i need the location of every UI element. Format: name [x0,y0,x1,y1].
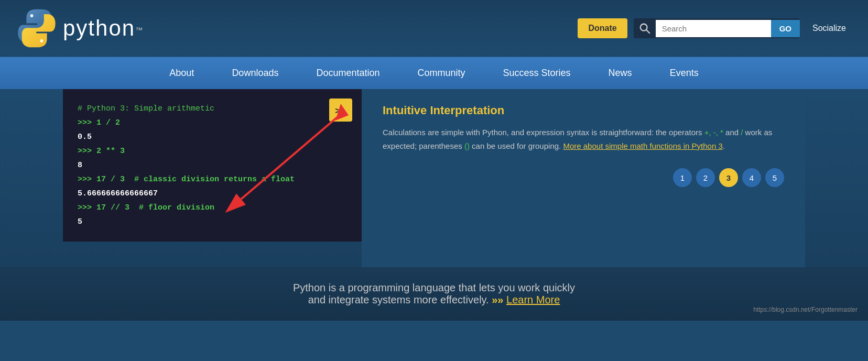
footer-line2: and integrate systems more effectively. … [10,294,858,306]
slash-operator: / [741,128,743,137]
logo-area: python™ [16,7,143,49]
nav-item-community[interactable]: Community [399,57,484,89]
nav-item-events[interactable]: Events [651,57,718,89]
page-button-3[interactable]: 3 [719,168,738,187]
site-title: python [63,16,135,40]
code-output-3: 5.666666666666667 [78,189,158,198]
code-output-4: 5 [78,217,82,226]
code-output-1: 0.5 [78,133,92,141]
search-area: GO [634,18,800,38]
info-panel: Intuitive Interpretation Calculations ar… [362,89,805,267]
go-button[interactable]: GO [771,20,800,37]
math-link[interactable]: More about simple math functions in Pyth… [563,141,722,150]
code-prompt-1: >>> 1 / 2 [78,118,120,127]
code-line-2: >>> 1 / 2 [78,116,347,130]
python-logo-icon [16,7,58,49]
pagination: 1 2 3 4 5 [383,168,784,187]
nav-item-documentation[interactable]: Documentation [297,57,398,89]
code-line-8: >>> 17 // 3 # floor division [78,201,347,215]
donate-button[interactable]: Donate [578,18,627,38]
info-text: Calculations are simple with Python, and… [383,126,784,152]
code-panel: >_ # Python 3: Simple arithmetic >>> 1 /… [63,89,362,242]
code-output-2: 8 [78,161,82,170]
code-line-5: 8 [78,158,347,172]
code-line-9: 5 [78,215,347,229]
page-button-5[interactable]: 5 [765,168,784,187]
header: python™ Donate GO Socialize [0,0,868,57]
footer-line2-text: and integrate systems more effectively. [308,294,489,305]
code-prompt-3: >>> 17 / 3 # classic division returns a … [78,175,295,184]
nav-item-about[interactable]: About [150,57,213,89]
code-prompt-2: >>> 2 ** 3 [78,147,125,156]
code-line-3: 0.5 [78,130,347,144]
operators-text: +, -, * [704,128,723,137]
search-icon [634,18,656,38]
navbar: About Downloads Documentation Community … [0,57,868,89]
arrow-glyph: »» [492,294,506,305]
code-prompt-4: >>> 17 // 3 # floor division [78,203,214,212]
code-wrapper: >_ # Python 3: Simple arithmetic >>> 1 /… [63,89,362,267]
parens-text: () [464,141,470,150]
nav-item-news[interactable]: News [590,57,651,89]
terminal-button[interactable]: >_ [329,99,352,122]
svg-line-3 [646,30,649,33]
page-button-2[interactable]: 2 [696,168,715,187]
main-content: >_ # Python 3: Simple arithmetic >>> 1 /… [0,89,868,267]
code-line-6: >>> 17 / 3 # classic division returns a … [78,172,347,187]
code-comment-1: # Python 3: Simple arithmetic [78,104,214,113]
watermark: https://blog.csdn.net/Forgottenmaster [753,306,858,313]
page-button-4[interactable]: 4 [742,168,761,187]
trademark: ™ [135,26,143,34]
nav-item-success-stories[interactable]: Success Stories [484,57,590,89]
logo-text-area: python™ [63,16,143,41]
header-right: Donate GO Socialize [578,18,852,38]
footer-line1: Python is a programming language that le… [10,282,858,294]
svg-point-0 [30,14,34,17]
page-button-1[interactable]: 1 [673,168,692,187]
socialize-link[interactable]: Socialize [806,19,852,37]
svg-point-1 [40,39,44,42]
code-line-7: 5.666666666666667 [78,187,347,201]
search-input[interactable] [656,20,771,37]
nav-item-downloads[interactable]: Downloads [213,57,297,89]
code-line-4: >>> 2 ** 3 [78,144,347,158]
code-line-1: # Python 3: Simple arithmetic [78,102,347,116]
learn-more-link[interactable]: Learn More [506,294,560,305]
footer-bar: Python is a programming language that le… [0,267,868,321]
info-title: Intuitive Interpretation [383,104,784,117]
